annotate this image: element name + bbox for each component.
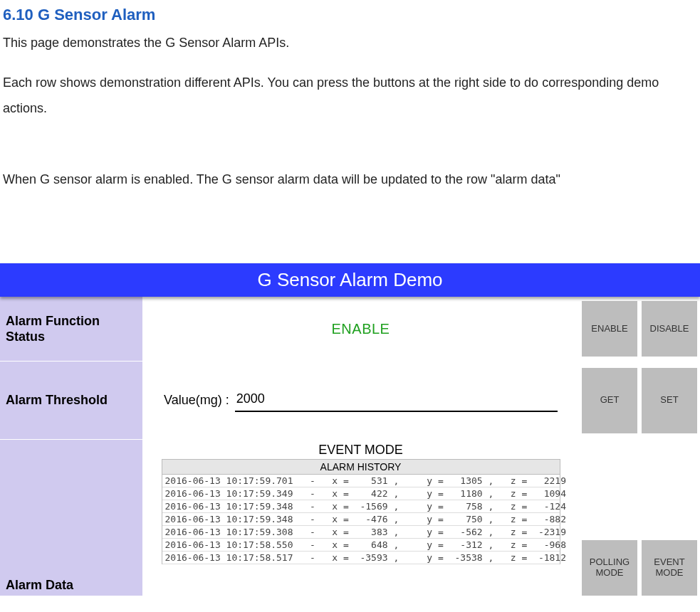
status-value: ENABLE	[332, 321, 390, 337]
event-mode-button[interactable]: EVENT MODE	[642, 540, 697, 596]
row-alarm-data: Alarm Data EVENT MODE ALARM HISTORY 2016…	[0, 440, 700, 596]
row-alarm-status: Alarm Function Status ENABLE ENABLE DISA…	[0, 297, 700, 362]
row-label-threshold: Alarm Threshold	[0, 362, 142, 439]
disable-button[interactable]: DISABLE	[642, 301, 697, 357]
threshold-field-label: Value(mg) :	[164, 393, 229, 408]
alarm-history-row: 2016-06-13 10:17:58.517 - x = -3593 , y …	[162, 552, 560, 564]
threshold-value-area: Value(mg) :	[142, 362, 579, 439]
threshold-input[interactable]	[235, 389, 558, 412]
alarm-history-row: 2016-06-13 10:17:59.308 - x = 383 , y = …	[162, 526, 560, 539]
alarm-history-row: 2016-06-13 10:17:59.348 - x = -476 , y =…	[162, 513, 560, 526]
get-button[interactable]: GET	[582, 368, 637, 433]
alarm-history-row: 2016-06-13 10:17:59.349 - x = 422 , y = …	[162, 487, 560, 500]
intro-paragraph-1: This page demonstrates the G Sensor Alar…	[3, 30, 697, 56]
alarm-history-row: 2016-06-13 10:17:58.550 - x = 648 , y = …	[162, 539, 560, 552]
alarm-mode-title: EVENT MODE	[318, 443, 403, 458]
app-screenshot: G Sensor Alarm Demo Alarm Function Statu…	[0, 263, 700, 596]
row-label-status: Alarm Function Status	[0, 297, 142, 361]
polling-mode-button[interactable]: POLLING MODE	[582, 540, 637, 596]
set-button[interactable]: SET	[642, 368, 697, 433]
enable-button[interactable]: ENABLE	[582, 301, 637, 357]
status-value-area: ENABLE	[142, 297, 579, 361]
alarm-history-header: ALARM HISTORY	[162, 459, 560, 475]
intro-paragraph-2: Each row shows demonstration different A…	[3, 70, 697, 121]
intro-paragraph-3: When G sensor alarm is enabled. The G se…	[3, 167, 697, 192]
app-title: G Sensor Alarm Demo	[0, 263, 700, 297]
alarm-history-row: 2016-06-13 10:17:59.701 - x = 531 , y = …	[162, 475, 560, 487]
row-label-data: Alarm Data	[0, 440, 142, 596]
row-alarm-threshold: Alarm Threshold Value(mg) : GET SET	[0, 362, 700, 440]
alarm-history-row: 2016-06-13 10:17:59.348 - x = -1569 , y …	[162, 500, 560, 513]
section-heading: 6.10 G Sensor Alarm	[3, 0, 700, 27]
alarm-data-area: EVENT MODE ALARM HISTORY 2016-06-13 10:1…	[142, 440, 579, 596]
alarm-history-body: 2016-06-13 10:17:59.701 - x = 531 , y = …	[162, 475, 560, 564]
